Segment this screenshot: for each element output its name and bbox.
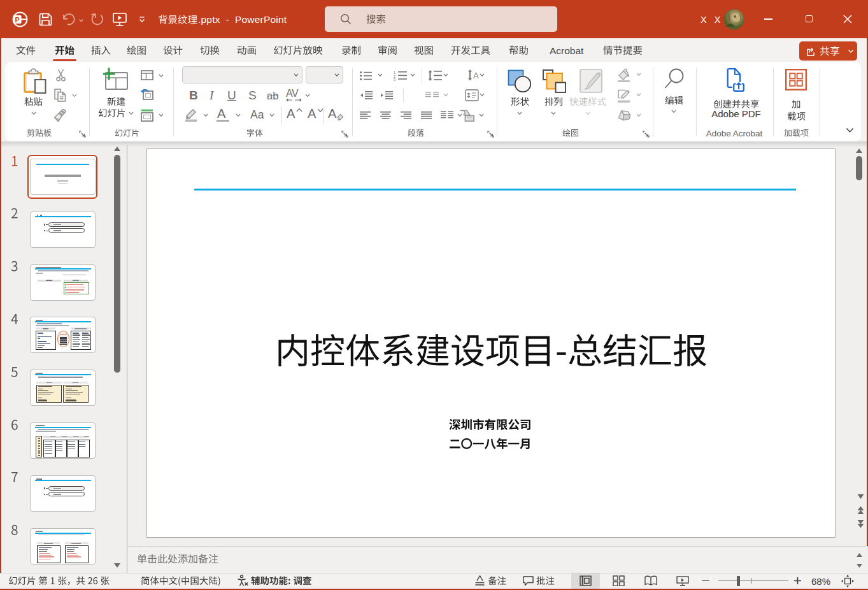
svg-text:P: P [15,16,20,24]
svg-text:3: 3 [394,78,395,81]
svg-text:A: A [473,71,479,80]
